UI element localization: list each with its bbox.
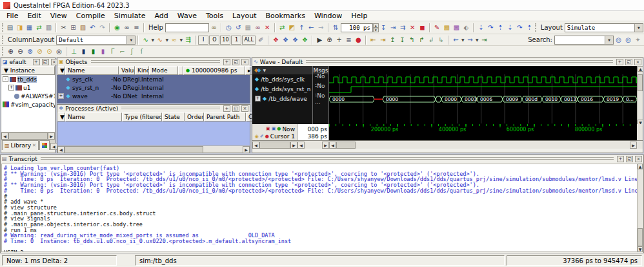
new-file-icon[interactable]: ▤ — [5, 23, 15, 32]
next-transition-icon[interactable]: ⇥ — [378, 35, 388, 45]
profile-icon[interactable]: ◩ — [287, 23, 297, 32]
brush-icon[interactable]: ✐ — [256, 35, 266, 45]
forward-icon[interactable]: → — [316, 23, 326, 32]
dataflow-icon[interactable]: ❖ — [300, 35, 310, 45]
cursor-label[interactable]: Cursor 1 — [270, 133, 295, 140]
wave-signal-wave[interactable]: +◆/tb_dds/wave — [252, 94, 312, 103]
scroll-thumb[interactable] — [8, 133, 48, 140]
names-hscrollbar[interactable]: ◀ ▶ — [252, 141, 297, 149]
library-icon[interactable]: ◷ — [224, 23, 234, 32]
search-forward-icon-dropdown[interactable]: ▼ — [475, 37, 479, 42]
column-kind[interactable]: Kind — [135, 66, 149, 75]
menu-bookmarks[interactable]: Bookmarks — [261, 11, 309, 21]
compile-icon[interactable]: ↺ — [234, 23, 243, 32]
processes-list[interactable] — [57, 122, 250, 145]
cursor-tools-icon[interactable]: ✐ — [260, 134, 264, 139]
close-tab-icon[interactable]: ✕ — [32, 143, 36, 148]
edit-icon[interactable]: ▣ — [266, 127, 270, 131]
menu-view[interactable]: View — [46, 11, 72, 21]
next-edge-icon[interactable]: ↳ — [436, 35, 446, 45]
run-length-spinner[interactable]: ▲▼ — [373, 23, 379, 32]
column-value[interactable]: Value — [119, 66, 135, 75]
drag-mode-icon[interactable]: ⬖ — [461, 23, 471, 32]
break-icon[interactable]: ✕ — [263, 23, 272, 32]
scroll-up-icon[interactable]: ▲ — [638, 164, 643, 169]
step-over-icon[interactable]: ↷ — [486, 23, 496, 32]
prev-transition-icon[interactable]: ⇤ — [368, 35, 378, 45]
step-out-icon[interactable]: ⇡ — [496, 23, 505, 32]
dock-plus-icon[interactable]: + — [33, 59, 40, 65]
paste-icon[interactable]: ▥ — [78, 23, 88, 32]
object-row-sys_clk[interactable]: ◆sys_clk-No D...Regi...Internal — [57, 75, 250, 83]
run-length-input[interactable]: 100 ps — [341, 23, 373, 32]
tree-item--ALWAYS-1[interactable]: #ALWAYS#1 — [1, 92, 55, 100]
wave-window-titlebar[interactable]: ∿ Wave - Default + ◱ × — [252, 58, 643, 66]
toolbar-grip[interactable] — [2, 47, 4, 56]
search-forward-icon[interactable]: ⇝ — [465, 35, 475, 45]
print-icon[interactable]: ▥ — [44, 23, 54, 32]
next-rise-icon[interactable]: ↧ — [397, 35, 407, 45]
find-icon[interactable]: ∞ — [122, 23, 132, 32]
column-order[interactable]: Order — [185, 112, 204, 122]
column-name[interactable]: Name — [65, 112, 122, 122]
save-icon[interactable]: ▦ — [25, 23, 34, 32]
wave-hscrollbar[interactable]: ◀ ▶ — [329, 141, 637, 149]
objects-filter-icon[interactable]: ▼ — [57, 66, 65, 75]
zoom-mode-icon[interactable]: ⊕ — [325, 35, 334, 45]
scroll-thumb[interactable] — [65, 146, 203, 153]
processes-window-titlebar[interactable]: ❖ Processes (Active) + ◱ × — [57, 105, 250, 112]
zoom-out-icon[interactable]: ⊖ — [15, 47, 25, 56]
expand-icon[interactable]: + — [8, 85, 14, 91]
pan-mode-icon[interactable]: + — [334, 35, 344, 45]
prev-edge-icon[interactable]: ↲ — [427, 35, 436, 45]
scroll-right-icon[interactable]: ▶ — [290, 142, 297, 149]
dock-plus-icon[interactable]: + — [617, 156, 624, 162]
help-search-input[interactable] — [165, 23, 209, 32]
scroll-thumb[interactable] — [638, 228, 643, 246]
rise-edge-icon[interactable]: Γ — [108, 47, 117, 56]
scroll-right-icon[interactable]: ▶ — [322, 142, 329, 149]
copy-icon[interactable]: ⊞ — [68, 23, 78, 32]
add-wave-icon[interactable]: ∿ — [141, 35, 150, 45]
radix-button-o[interactable]: O — [209, 36, 219, 45]
readers-icon[interactable]: ❖ — [290, 35, 300, 45]
class-icon[interactable]: ▩ — [452, 23, 461, 32]
chevron-down-icon[interactable]: ▼ — [126, 36, 135, 44]
expand-icon[interactable]: + — [255, 96, 261, 101]
run-continue-icon[interactable]: ⇥ — [388, 23, 398, 32]
memory-icon[interactable]: ▩ — [442, 23, 452, 32]
add-dataflow-icon[interactable]: ⇶ — [183, 35, 193, 45]
step-current-out-icon[interactable]: ⇡ — [525, 23, 534, 32]
close-icon[interactable]: × — [634, 59, 641, 65]
menu-file[interactable]: File — [2, 11, 23, 21]
radix-button-i[interactable]: I — [198, 36, 208, 45]
chevron-down-icon[interactable]: ▼ — [262, 68, 267, 72]
search-reverse-icon[interactable]: ⇜ — [451, 35, 461, 45]
stop-icon[interactable]: ◼ — [418, 23, 427, 32]
waveform-canvas[interactable]: 000000000000000300060009000d001000130016… — [329, 74, 637, 123]
instance-column[interactable]: ▼ Instance — [1, 66, 55, 75]
tab-sim[interactable] — [39, 140, 50, 150]
break-run-icon[interactable]: ✕ — [408, 23, 418, 32]
zoom-cursor-icon[interactable]: ⊙ — [45, 47, 54, 56]
scroll-down-icon[interactable]: ▼ — [638, 246, 643, 252]
swap-view-icon[interactable]: ⇄ — [277, 23, 287, 32]
menu-compile[interactable]: Compile — [72, 11, 110, 21]
processes-filter-icon[interactable]: ▼ — [57, 112, 65, 122]
tree-item-u1[interactable]: +u1 — [1, 83, 55, 92]
dock-plus-icon[interactable]: + — [223, 59, 230, 65]
tab-library[interactable]: ▥ Library ✕ — [2, 140, 39, 150]
lock-icon[interactable]: ◉ — [255, 134, 259, 139]
cursor-block-navy-icon[interactable]: ▮ — [79, 47, 88, 56]
tree-item-tb-dds[interactable]: -tb_dds — [1, 75, 55, 83]
scroll-thumb[interactable] — [259, 142, 290, 149]
toolbar-grip[interactable] — [535, 23, 537, 32]
run-length-icon[interactable]: ⇅ — [331, 23, 341, 32]
delete-cursor-icon[interactable]: ● — [265, 134, 269, 139]
dock-plus-icon[interactable]: + — [223, 105, 230, 112]
undock-icon[interactable]: ◱ — [42, 59, 49, 65]
zoom-range-icon[interactable]: ⊘ — [35, 47, 45, 56]
back-icon[interactable]: ← — [307, 23, 316, 32]
menu-edit[interactable]: Edit — [23, 11, 45, 21]
next-fall-icon[interactable]: ↱ — [417, 35, 427, 45]
